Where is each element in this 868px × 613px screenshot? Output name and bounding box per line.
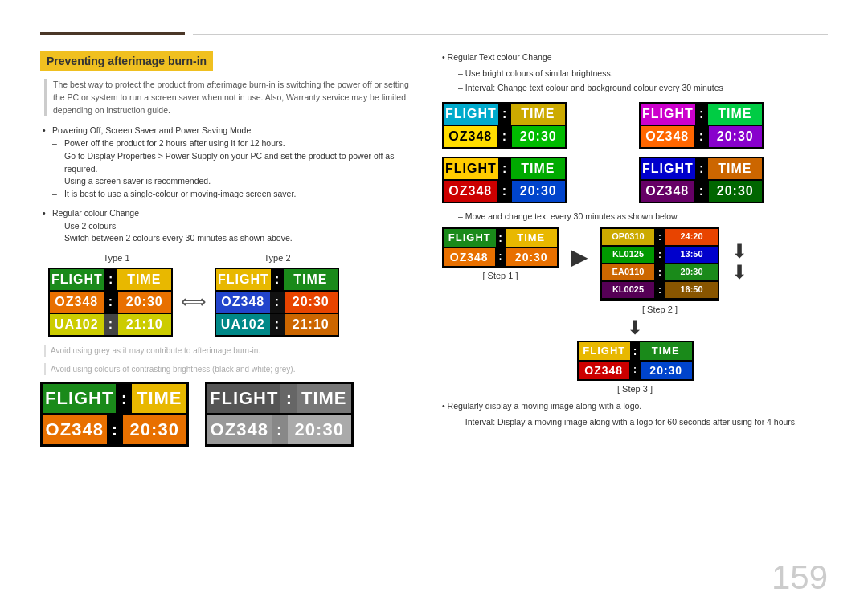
- intro-text: The best way to protect the product from…: [44, 79, 418, 116]
- t1-colon1: :: [104, 269, 117, 290]
- exchange-arrow-icon: ⟺: [181, 292, 207, 313]
- bottom-bullet: Regularly display a moving image along w…: [442, 400, 828, 413]
- cb4-flight: FLIGHT: [641, 158, 695, 179]
- cb2-row: OZ348 : 20:30: [641, 126, 762, 147]
- dash-item-1-2: Go to Display Properties > Power Supply …: [64, 150, 418, 176]
- lb-green-row1: OZ348 : 20:30: [43, 415, 186, 444]
- cb2-colon2: :: [694, 126, 709, 147]
- t2-colon3: :: [270, 314, 285, 335]
- t2-colon1: :: [271, 269, 284, 290]
- t1-2030: 20:30: [118, 292, 172, 313]
- avoid-text-2: Avoid using colours of contrasting brigh…: [44, 363, 418, 375]
- top-line-dark: [40, 32, 185, 35]
- right-column: Regular Text colour Change Use bright co…: [442, 51, 828, 589]
- cb1-header: FLIGHT : TIME: [444, 104, 565, 125]
- bottom-right-section: Regularly display a moving image along w…: [442, 400, 828, 429]
- cb2-header: FLIGHT : TIME: [641, 104, 762, 125]
- steps-area: FLIGHT : TIME OZ348 : 20:30 [ Step 1 ] ▶: [442, 227, 828, 314]
- step2-r4c2: 16:50: [665, 282, 718, 298]
- t1-2110: 21:10: [118, 314, 172, 335]
- cb3-header: FLIGHT : TIME: [444, 158, 565, 179]
- avoid-text-1: Avoid using grey as it may contribute to…: [44, 345, 418, 357]
- step2-board: OP0310 : 24:20 KL0125 : 13:50 EA0110 :: [600, 227, 719, 301]
- cb1-oz: OZ348: [444, 126, 497, 147]
- cb4-colon2: :: [694, 181, 709, 202]
- cb4-time: TIME: [708, 158, 762, 179]
- step1-colon1: :: [496, 229, 506, 247]
- cb3-colon1: :: [498, 158, 511, 179]
- lb-green-header: FLIGHT : TIME: [43, 384, 186, 413]
- step2-row1: OP0310 : 24:20: [602, 229, 718, 245]
- type2-header-row: FLIGHT : TIME: [216, 269, 338, 290]
- cb4-oz: OZ348: [641, 181, 694, 202]
- step2-colon2: :: [654, 247, 665, 263]
- t1-colon3: :: [104, 314, 118, 335]
- step3-label: [ Step 3 ]: [617, 384, 653, 394]
- step3-row: OZ348 : 20:30: [579, 362, 692, 379]
- step1-board: FLIGHT : TIME OZ348 : 20:30: [442, 227, 559, 268]
- type1-label: Type 1: [48, 253, 185, 263]
- step3-colon2: :: [629, 362, 641, 379]
- section-title: Preventing afterimage burn-in: [40, 51, 213, 71]
- step2-r3c2: 20:30: [665, 264, 718, 280]
- t1-oz: OZ348: [50, 292, 104, 313]
- lb-green-2030: 20:30: [123, 415, 187, 444]
- step1-2030: 20:30: [506, 248, 558, 266]
- lb-green-colon1: :: [116, 384, 132, 413]
- cb1-row: OZ348 : 20:30: [444, 126, 565, 147]
- step2-row2: KL0125 : 13:50: [602, 247, 718, 263]
- type1-board: FLIGHT : TIME OZ348 : 20:30 UA102 : 21:1…: [48, 268, 173, 337]
- cb3-oz: OZ348: [444, 181, 497, 202]
- cb2-colon1: :: [695, 104, 708, 125]
- step1-header: FLIGHT : TIME: [444, 229, 557, 247]
- step-arrow-right-icon: ▶: [571, 243, 588, 270]
- cb4-row: OZ348 : 20:30: [641, 181, 762, 202]
- cb2-2030: 20:30: [709, 126, 763, 147]
- step3-2030: 20:30: [641, 362, 692, 379]
- cb1-time: TIME: [511, 104, 565, 125]
- step1-flight: FLIGHT: [444, 229, 496, 247]
- step3-colon1: :: [630, 342, 640, 360]
- lb-grey-flight: FLIGHT: [207, 384, 280, 413]
- right-dash-1: Use bright colours of similar brightness…: [458, 67, 828, 80]
- t2-time-label: TIME: [284, 269, 338, 290]
- step1-time: TIME: [506, 229, 558, 247]
- cb2-oz: OZ348: [641, 126, 694, 147]
- type2-row2: UA102 : 21:10: [216, 314, 338, 335]
- step2-label: [ Step 2 ]: [642, 304, 678, 314]
- step3-board: FLIGHT : TIME OZ348 : 20:30: [577, 341, 694, 381]
- step1-col: FLIGHT : TIME OZ348 : 20:30 [ Step 1 ]: [442, 227, 559, 280]
- color-board-1: FLIGHT : TIME OZ348 : 20:30: [442, 102, 567, 149]
- step2-r1c2: 24:20: [665, 229, 718, 245]
- cb4-2030: 20:30: [709, 181, 763, 202]
- t1-colon2: :: [104, 292, 118, 313]
- dash-item-2-2: Switch between 2 colours every 30 minute…: [64, 232, 418, 245]
- step2-col: OP0310 : 24:20 KL0125 : 13:50 EA0110 :: [600, 227, 719, 314]
- lb-grey-colon2: :: [272, 415, 288, 444]
- step2-colon4: :: [654, 282, 665, 298]
- left-column: Preventing afterimage burn-in The best w…: [40, 51, 418, 589]
- cb3-2030: 20:30: [512, 181, 566, 202]
- dash-item-1-1: Power off the product for 2 hours after …: [64, 137, 418, 150]
- bullet-item-2: Regular colour Change: [52, 207, 418, 220]
- color-board-2: FLIGHT : TIME OZ348 : 20:30: [639, 102, 764, 149]
- content-area: Preventing afterimage burn-in The best w…: [40, 51, 828, 589]
- lb-grey-colon1: :: [280, 384, 297, 413]
- step2-colon3: :: [654, 264, 665, 280]
- right-bullet: Regular Text colour Change: [442, 51, 828, 64]
- t1-flight-label: FLIGHT: [50, 269, 104, 290]
- lb-grey-row1: OZ348 : 20:30: [207, 415, 351, 444]
- lb-grey-header: FLIGHT : TIME: [207, 384, 351, 413]
- page: Preventing afterimage burn-in The best w…: [0, 0, 868, 613]
- bullet-section-2: Regular colour Change Use 2 colours Swit…: [40, 207, 418, 245]
- cb4-colon1: :: [695, 158, 708, 179]
- lb-grey-time: TIME: [297, 384, 351, 413]
- dash-item-1-4: It is best to use a single-colour or mov…: [64, 188, 418, 201]
- t2-flight-label: FLIGHT: [216, 269, 271, 290]
- t2-colon2: :: [270, 292, 285, 313]
- t2-2110: 21:10: [285, 314, 338, 335]
- step2-r1c1: OP0310: [602, 229, 654, 245]
- top-line-light: [193, 34, 828, 35]
- t2-2030: 20:30: [285, 292, 338, 313]
- step3-oz: OZ348: [579, 362, 630, 379]
